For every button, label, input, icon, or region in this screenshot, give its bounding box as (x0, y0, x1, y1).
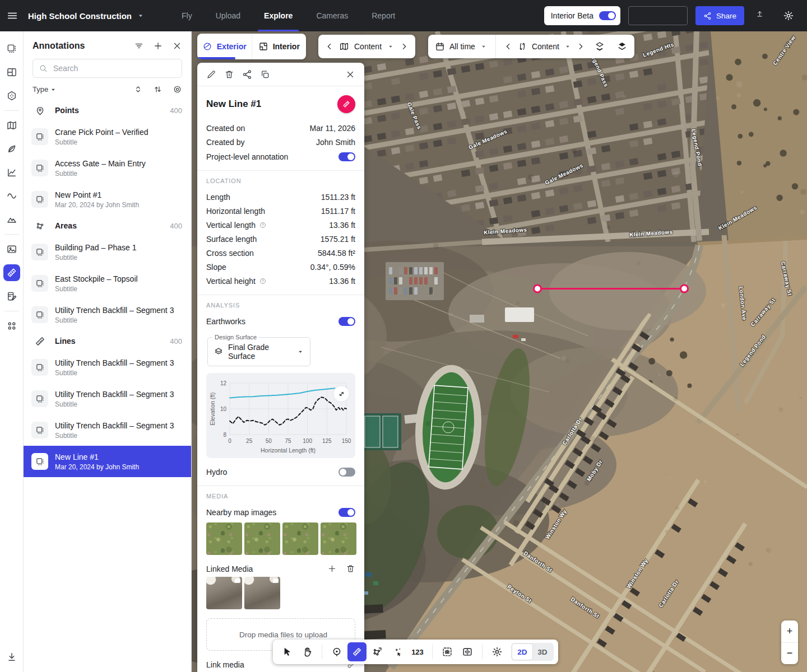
rail-item-measure-tools[interactable] (3, 264, 20, 281)
timeline-label[interactable]: All time (449, 42, 475, 51)
tool-extract-points[interactable] (388, 642, 407, 661)
nearby-map-image-thumbnail[interactable] (244, 522, 280, 555)
annotation-color-button[interactable] (337, 95, 355, 113)
rail-item-split-view[interactable] (3, 64, 20, 81)
svg-text:25: 25 (246, 438, 253, 444)
section-header-points[interactable]: Points400 (24, 100, 191, 121)
type-filter-dropdown[interactable]: Type (33, 85, 57, 94)
add-annotation-button[interactable] (153, 41, 163, 51)
delete-media-button[interactable] (346, 564, 355, 573)
design-surface-select[interactable]: Design Surface Final Grade Surface (207, 334, 310, 366)
tool-gear[interactable] (488, 642, 507, 661)
project-selector[interactable]: High School Construction (28, 11, 145, 21)
annotation-list-item[interactable]: Building Pad – Phase 1Subtitle (24, 236, 191, 268)
rail-item-panorama[interactable] (3, 241, 20, 258)
add-media-button[interactable] (327, 564, 337, 573)
nearby-map-image-thumbnail[interactable] (206, 522, 242, 555)
rail-item-download[interactable] (3, 648, 20, 665)
divider (197, 170, 364, 171)
toggle-3d-button[interactable]: 3D (532, 644, 553, 660)
section-header-lines[interactable]: Lines400 (24, 330, 191, 352)
close-detail-button[interactable] (345, 69, 355, 80)
search-input[interactable] (52, 63, 176, 73)
share-annotation-button[interactable] (242, 69, 252, 80)
help-icon[interactable] (259, 277, 267, 285)
rail-item-plant-health[interactable] (3, 141, 20, 157)
annotation-list-item[interactable]: Utility Trench Backfill – Segment 3Subti… (24, 414, 191, 446)
nav-explore[interactable]: Explore (252, 0, 304, 31)
annotation-list-item[interactable]: Utility Trench Backfill – Segment 3Subti… (24, 299, 191, 330)
rail-item-model-3d[interactable] (3, 87, 20, 104)
content-label[interactable]: Content (354, 42, 382, 51)
tool-hand[interactable] (298, 642, 317, 661)
compare-content-label[interactable]: Content (532, 42, 559, 51)
duplicate-annotation-button[interactable] (260, 69, 270, 80)
linked-media-thumbnail[interactable] (206, 577, 242, 609)
hydro-toggle[interactable] (338, 468, 355, 477)
annotation-list-item[interactable]: Utility Trench Backfill – Segment 3Subti… (24, 383, 191, 414)
layers-bottom-icon (616, 41, 628, 52)
tool-site-photos[interactable] (438, 642, 457, 661)
interior-beta-toggle[interactable] (599, 11, 616, 20)
content-next-button[interactable] (400, 42, 409, 51)
help-icon[interactable] (259, 221, 267, 229)
tool-count[interactable]: 123 (408, 642, 427, 661)
annotation-list-item[interactable]: East Stockpile – TopsoilSubtitle (24, 268, 191, 299)
collapse-sections-button[interactable] (133, 85, 143, 94)
interior-beta-label: Interior Beta (551, 11, 593, 20)
nav-cameras[interactable]: Cameras (304, 0, 360, 31)
expand-chart-button[interactable] (333, 385, 350, 402)
annotation-list-item[interactable]: Utility Trench Backfill – Segment 3Subti… (24, 352, 191, 383)
tab-interior[interactable]: Interior (252, 34, 307, 59)
nearby-map-image-thumbnail[interactable] (282, 522, 318, 555)
tool-place-point[interactable] (327, 642, 346, 661)
overlay-layer-toggle[interactable] (616, 41, 628, 52)
close-panel-button[interactable] (172, 41, 182, 51)
compare-prev-button[interactable] (504, 42, 513, 51)
section-count: 400 (170, 106, 182, 115)
filter-button[interactable] (134, 41, 144, 51)
edit-annotation-button[interactable] (206, 69, 216, 80)
project-level-toggle[interactable] (338, 152, 355, 161)
nav-upload[interactable]: Upload (204, 0, 252, 31)
linked-media-thumbnail[interactable] (244, 577, 280, 609)
zoom-out-button[interactable]: − (781, 643, 798, 665)
rail-item-apps[interactable] (3, 318, 20, 334)
tool-measure-line[interactable] (347, 642, 367, 661)
toggle-2d-button[interactable]: 2D (512, 644, 532, 660)
nearby-map-image-thumbnail[interactable] (321, 522, 356, 555)
annotation-list-item[interactable]: New Line #1Mar 20, 2024 by John Smith (24, 446, 191, 477)
export-button[interactable] (752, 6, 771, 25)
annotation-list-item[interactable]: Crane Pick Point – VerifiedSubtitle (24, 121, 191, 152)
share-button[interactable]: Share (695, 6, 744, 25)
content-prev-button[interactable] (325, 42, 334, 51)
rail-item-elevation-profile[interactable] (3, 188, 20, 204)
tool-measure-area[interactable] (368, 642, 387, 661)
settings-button[interactable] (779, 6, 798, 25)
visibility-button[interactable] (173, 85, 182, 94)
role-dropdown[interactable] (628, 6, 688, 25)
earthworks-toggle[interactable] (338, 317, 355, 326)
sort-button[interactable] (153, 85, 163, 94)
tool-cursor[interactable] (277, 642, 296, 661)
tab-exterior[interactable]: Exterior (197, 34, 252, 59)
delete-annotation-button[interactable] (224, 69, 234, 80)
annotation-list-item[interactable]: Access Gate – Main EntrySubtitle (24, 152, 191, 184)
annotation-list-item[interactable]: New Point #1Mar 20, 2024 by John Smith (24, 184, 191, 215)
media-frames-icon (35, 426, 45, 435)
rail-item-line-chart[interactable] (3, 164, 20, 181)
annotation-search (33, 59, 182, 78)
rail-item-terrain[interactable] (3, 211, 20, 228)
compare-next-button[interactable] (576, 42, 585, 51)
nav-report[interactable]: Report (360, 0, 407, 31)
base-layer-toggle[interactable] (594, 41, 605, 52)
zoom-in-button[interactable]: + (781, 620, 798, 642)
rail-item-map[interactable] (3, 117, 20, 134)
nav-fly[interactable]: Fly (170, 0, 204, 31)
nearby-map-images-toggle[interactable] (338, 508, 355, 517)
tool-compare-split[interactable] (458, 642, 477, 661)
rail-item-media-frames[interactable] (3, 40, 20, 57)
section-header-areas[interactable]: Areas400 (24, 215, 191, 236)
rail-item-field-notes[interactable] (3, 288, 20, 305)
hamburger-menu-button[interactable] (0, 0, 25, 31)
